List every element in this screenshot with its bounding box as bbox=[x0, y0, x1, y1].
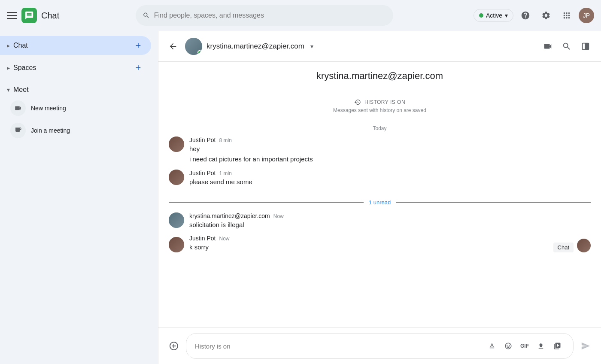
help-icon-button[interactable] bbox=[517, 7, 534, 24]
sidebar-item-chat[interactable]: ▸ Chat + bbox=[0, 36, 151, 55]
unread-divider: 1 unread bbox=[169, 199, 591, 206]
add-space-button[interactable]: + bbox=[132, 62, 144, 74]
chat-section: ▸ Chat + bbox=[0, 34, 158, 57]
search-icon bbox=[143, 12, 150, 19]
spaces-section: ▸ Spaces + bbox=[0, 57, 158, 79]
app-logo bbox=[21, 8, 37, 23]
meet-chevron-icon: ▾ bbox=[7, 86, 10, 93]
send-button[interactable] bbox=[577, 337, 594, 355]
add-chat-button[interactable]: + bbox=[132, 39, 144, 52]
unread-label: 1 unread bbox=[369, 199, 391, 206]
settings-icon-button[interactable] bbox=[537, 7, 555, 24]
input-actions: GIF bbox=[485, 339, 565, 353]
contact-avatar bbox=[185, 38, 202, 55]
sidebar-chat-label: Chat bbox=[13, 42, 28, 49]
message-sender-1: Justin Pot bbox=[189, 136, 216, 143]
message-sender-4: Justin Pot bbox=[189, 235, 216, 242]
message-content-4: Justin Pot Now k sorry bbox=[189, 235, 548, 252]
app-title: Chat bbox=[41, 11, 59, 21]
chevron-down-icon: ▾ bbox=[505, 12, 508, 19]
message-input[interactable] bbox=[195, 343, 481, 350]
message-content-2: Justin Pot 1 min please send me some bbox=[189, 170, 591, 187]
sidebar-item-join-meeting[interactable]: Join a meeting bbox=[0, 119, 151, 142]
message-sender-3: krystina.martinez@zapier.com bbox=[189, 212, 270, 219]
message-time-3: Now bbox=[273, 213, 284, 219]
history-banner: HISTORY IS ON Messages sent with history… bbox=[169, 99, 591, 113]
meet-section: ▾ Meet New meeting Join a meeting bbox=[0, 79, 158, 145]
history-icon bbox=[354, 99, 361, 106]
message-text-2: please send me some bbox=[189, 177, 591, 187]
date-divider: Today bbox=[169, 125, 591, 131]
message-right-area: Chat bbox=[553, 239, 591, 252]
message-header-1: Justin Pot 8 min bbox=[189, 136, 591, 143]
search-bar[interactable] bbox=[136, 5, 393, 26]
history-subtext: Messages sent with history on are saved bbox=[333, 107, 426, 113]
emoji-button[interactable] bbox=[501, 339, 516, 353]
top-bar: Chat Active ▾ JP bbox=[0, 0, 601, 31]
chat-input-area: GIF bbox=[158, 328, 601, 364]
active-label: Active bbox=[486, 12, 502, 19]
video-call-button[interactable] bbox=[539, 38, 556, 55]
message-avatar-justin2 bbox=[169, 170, 184, 185]
sidebar-item-meet[interactable]: ▾ Meet bbox=[0, 82, 151, 97]
sidebar: ▸ Chat + ▸ Spaces + ▾ Meet New meeting bbox=[0, 31, 158, 364]
message-header-2: Justin Pot 1 min bbox=[189, 170, 591, 176]
message-header-3: krystina.martinez@zapier.com Now bbox=[189, 212, 591, 219]
message-avatar-justin1 bbox=[169, 136, 184, 152]
format-text-button[interactable] bbox=[485, 339, 499, 353]
main-area: ▸ Chat + ▸ Spaces + ▾ Meet New meeting bbox=[0, 31, 601, 364]
message-time-4: Now bbox=[219, 236, 229, 242]
chat-contact-header: krystina.martinez@zapier.com bbox=[169, 70, 591, 88]
message-text-3: solicitation is illegal bbox=[189, 220, 591, 230]
user-avatar[interactable]: JP bbox=[579, 8, 594, 23]
message-group-4: Justin Pot Now k sorry Chat bbox=[169, 235, 591, 252]
sidebar-item-spaces[interactable]: ▸ Spaces + bbox=[0, 58, 151, 77]
join-meeting-label: Join a meeting bbox=[31, 127, 70, 134]
search-input[interactable] bbox=[154, 12, 386, 19]
apps-grid-icon-button[interactable] bbox=[558, 7, 575, 24]
top-bar-left: Chat bbox=[7, 8, 93, 23]
chat-header: krystina.martinez@zapier.com ▾ bbox=[158, 31, 601, 62]
active-status-badge[interactable]: Active ▾ bbox=[474, 9, 513, 22]
message-content-3: krystina.martinez@zapier.com Now solicit… bbox=[189, 212, 591, 230]
upload-button[interactable] bbox=[534, 339, 548, 353]
justin-avatar-right bbox=[577, 239, 591, 252]
active-dot bbox=[479, 13, 483, 18]
message-content-1: Justin Pot 8 min hey i need cat pictures… bbox=[189, 136, 591, 164]
message-time-1: 8 min bbox=[219, 137, 231, 143]
new-meeting-label: New meeting bbox=[31, 105, 66, 112]
message-avatar-justin4 bbox=[169, 237, 184, 252]
add-video-button[interactable] bbox=[550, 339, 565, 353]
contact-chevron-icon[interactable]: ▾ bbox=[310, 43, 313, 50]
chat-panel: krystina.martinez@zapier.com ▾ krystina.… bbox=[158, 31, 601, 364]
side-panel-button[interactable] bbox=[577, 38, 594, 55]
message-group: Justin Pot 8 min hey i need cat pictures… bbox=[169, 136, 591, 164]
gif-button[interactable]: GIF bbox=[517, 339, 532, 353]
sidebar-item-new-meeting[interactable]: New meeting bbox=[0, 97, 151, 119]
back-button[interactable] bbox=[165, 39, 181, 54]
chat-messages: krystina.martinez@zapier.com HISTORY IS … bbox=[158, 62, 601, 328]
chat-header-actions bbox=[539, 38, 594, 55]
message-sender-2: Justin Pot bbox=[189, 170, 216, 176]
contact-status-dot bbox=[197, 50, 202, 55]
join-meeting-icon bbox=[10, 123, 26, 138]
message-time-2: 1 min bbox=[219, 170, 231, 176]
history-on-label: HISTORY IS ON bbox=[364, 99, 405, 105]
contact-name[interactable]: krystina.martinez@zapier.com bbox=[206, 42, 304, 51]
add-attachment-button[interactable] bbox=[165, 337, 182, 355]
chat-chevron-icon: ▸ bbox=[7, 42, 10, 49]
unread-line-left bbox=[169, 202, 364, 203]
top-bar-right: Active ▾ JP bbox=[474, 7, 594, 24]
message-group-2: Justin Pot 1 min please send me some bbox=[169, 170, 591, 187]
chat-badge[interactable]: Chat bbox=[553, 243, 574, 252]
sidebar-meet-label: Meet bbox=[13, 86, 29, 94]
search-messages-button[interactable] bbox=[558, 38, 575, 55]
message-text-4: k sorry bbox=[189, 243, 548, 252]
message-group-3: krystina.martinez@zapier.com Now solicit… bbox=[169, 212, 591, 230]
message-avatar-krystina bbox=[169, 212, 184, 228]
message-header-4: Justin Pot Now bbox=[189, 235, 548, 242]
new-meeting-icon bbox=[10, 100, 26, 116]
message-text-1: hey i need cat pictures for an important… bbox=[189, 144, 591, 164]
hamburger-menu-icon[interactable] bbox=[7, 10, 17, 21]
message-input-box[interactable]: GIF bbox=[186, 333, 574, 359]
